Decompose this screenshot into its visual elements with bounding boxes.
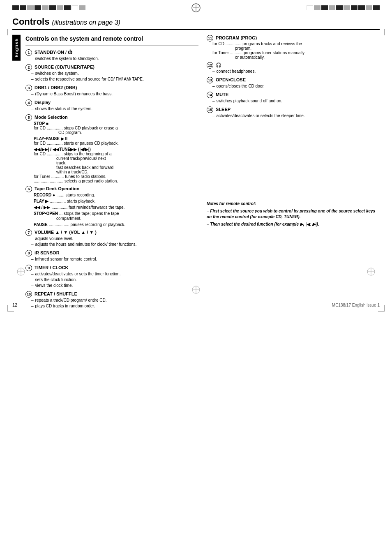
compass-icon — [191, 3, 201, 12]
item-desc-2b: selects the respective sound source for … — [31, 76, 198, 82]
bar-block — [35, 5, 41, 10]
item-13: 13 OPEN•CLOSE opens/closes the CD door. — [207, 77, 380, 89]
item-title-4: Display — [35, 100, 51, 105]
left-graphic-strip — [12, 5, 85, 10]
item-15: 15 SLEEP activates/deactivates or select… — [207, 106, 380, 119]
item-14: 14 MUTE switches playback sound off and … — [207, 92, 380, 104]
right-column: 11 PROGRAM (PROG) for CD .............. … — [207, 35, 380, 312]
bottom-crosshair — [191, 285, 201, 295]
crosshair-left — [16, 267, 25, 277]
item-desc-7a: adjusts volume level. — [31, 236, 198, 242]
item-title-5: Mode Selection — [35, 115, 68, 120]
notes-section: Notes for remote control: – First select… — [207, 201, 380, 227]
notes-point-2: – Then select the desired function (for … — [207, 222, 380, 227]
corner-mark-bl — [7, 305, 14, 312]
item-2: 2 SOURCE (CD/TUNER/TAPE) switches on the… — [25, 64, 198, 82]
item-number-7: 7 — [25, 229, 32, 236]
item-title-10: REPEAT / SHUFFLE — [35, 291, 77, 296]
two-column-layout: Controls on the system and remote contro… — [25, 35, 380, 312]
item-number-1: 1 — [25, 49, 32, 56]
bar-block — [366, 5, 372, 10]
bar-block — [20, 5, 26, 10]
divider — [25, 46, 198, 46]
item-desc-7b: adjusts the hours and minutes for clock/… — [31, 242, 198, 247]
item-number-8: 8 — [25, 250, 32, 256]
item-desc-10a: repeats a track/CD program/ entire CD. — [31, 298, 198, 303]
item-desc-10b: plays CD tracks in random order. — [31, 303, 198, 309]
doc-reference: MC138/17 English issue 1 — [332, 303, 380, 307]
item-11: 11 PROGRAM (PROG) for CD .............. … — [207, 35, 380, 60]
item-number-9: 9 — [25, 265, 32, 271]
item-6: 6 Tape Deck Operation RECORD ● ....... s… — [25, 186, 198, 227]
play-pause-label: PLAY•PAUSE ▶ II — [34, 136, 67, 141]
sub-item-stop: STOP ■ for CD .............. stops CD pl… — [34, 121, 198, 135]
right-graphic-strip — [307, 5, 380, 10]
item-number-3: 3 — [25, 85, 32, 91]
item-number-15: 15 — [207, 106, 213, 113]
item-number-6: 6 — [25, 186, 32, 192]
sidebar-language: English — [12, 35, 21, 61]
item-number-14: 14 — [207, 92, 213, 98]
bar-block — [79, 5, 85, 10]
item-desc-12: connect headphones. — [212, 69, 380, 74]
item-7: 7 VOLUME ▲ / ▼ (VOL ▲ / ▼ ) adjusts volu… — [25, 229, 198, 247]
bar-block — [314, 5, 321, 10]
item-number-13: 13 — [207, 77, 213, 83]
bar-block — [358, 5, 365, 10]
sub-item-record: RECORD ● ....... starts recording. — [34, 192, 198, 197]
title-subtitle: (illustrations on page 3) — [52, 19, 120, 26]
item-title-12: 🎧 — [216, 62, 221, 67]
item-title-13: OPEN•CLOSE — [216, 77, 246, 82]
item-desc-13: opens/closes the CD door. — [212, 83, 380, 89]
top-graphic-bar — [0, 0, 392, 12]
item-9: 9 TIMER / CLOCK activates/deactivates or… — [25, 265, 198, 289]
item-number-10: 10 — [25, 291, 32, 298]
bar-block — [321, 5, 328, 10]
corner-mark-br — [378, 305, 385, 312]
sub-item-play: PLAY ▶ .............. starts playback. — [34, 199, 198, 203]
item-desc-8: infrared sensor for remote control. — [31, 256, 198, 262]
item-title-14: MUTE — [216, 92, 228, 97]
item-desc-4: shows the status of the system. — [31, 106, 198, 112]
item-title-3: DBB1 / DBB2 (DBB) — [35, 85, 77, 90]
item-1: 1 STANDBY-ON / ⏻ switches the system to … — [25, 49, 198, 62]
bar-block — [64, 5, 71, 10]
play-label: PLAY ▶ — [34, 199, 48, 203]
bar-block — [329, 5, 335, 10]
page-content: Controls (illustrations on page 3) Engli… — [0, 12, 392, 320]
sub-item-tune: ◀◀/▶▶| / ◀◀TUNE▶▶ (|◀/▶|) for CD .......… — [34, 147, 198, 183]
record-label: RECORD ● — [34, 193, 55, 197]
bar-block — [373, 5, 380, 10]
item-title-8: iR SENSOR — [35, 250, 60, 255]
item-4: 4 Display shows the status of the system… — [25, 99, 198, 112]
item-5: 5 Mode Selection STOP ■ for CD .........… — [25, 114, 198, 183]
bar-block — [344, 5, 350, 10]
item-desc-9b: sets the clock function. — [31, 277, 198, 283]
section-heading: Controls on the system and remote contro… — [25, 35, 198, 42]
bar-block — [351, 5, 357, 10]
page-title: Controls (illustrations on page 3) — [12, 16, 380, 30]
item-desc-3: (Dynamic Bass Boost) enhances the bass. — [31, 91, 198, 97]
stop-open-label: STOP•OPEN — [34, 211, 58, 216]
item-number-2: 2 — [25, 64, 32, 71]
bar-block — [49, 5, 56, 10]
item-10: 10 REPEAT / SHUFFLE repeats a track/CD p… — [25, 291, 198, 309]
item-desc-9c: views the clock time. — [31, 283, 198, 289]
item-number-12: 12 — [207, 62, 213, 69]
content-wrapper: English Controls on the system and remot… — [12, 35, 380, 312]
notes-point-1: – First select the source you wish to co… — [207, 208, 380, 220]
bar-block — [42, 5, 48, 10]
item-3: 3 DBB1 / DBB2 (DBB) (Dynamic Bass Boost)… — [25, 85, 198, 97]
sub-item-play-pause: PLAY•PAUSE ▶ II for CD .............. st… — [34, 136, 198, 145]
item-desc-15: activates/deactivates or selects the sle… — [212, 113, 380, 119]
item-title-7: VOLUME ▲ / ▼ (VOL ▲ / ▼ ) — [35, 230, 97, 235]
item-title-2: SOURCE (CD/TUNER/TAPE) — [35, 65, 95, 69]
bar-block — [27, 5, 34, 10]
stop-label: STOP ■ — [34, 121, 48, 126]
left-column: Controls on the system and remote contro… — [25, 35, 198, 312]
pause-label: PAUSE — [34, 222, 48, 227]
item-8: 8 iR SENSOR infrared sensor for remote c… — [25, 250, 198, 262]
item-title-6: Tape Deck Operation — [35, 186, 79, 191]
sub-item-pause: PAUSE .................. pauses recordin… — [34, 222, 198, 227]
bar-block — [71, 5, 78, 10]
